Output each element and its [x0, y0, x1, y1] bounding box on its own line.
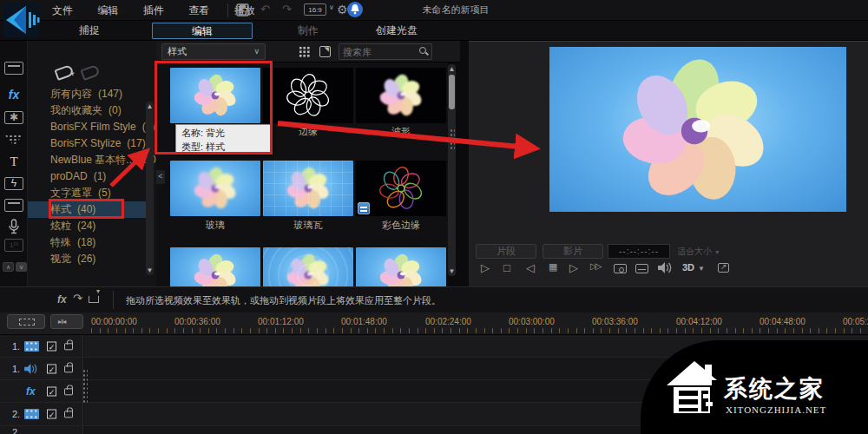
particle-room-icon[interactable] — [4, 135, 23, 146]
category-item-prodad[interactable]: proDAD(1) — [28, 168, 149, 185]
track-enable-checkbox[interactable]: ✓ — [47, 364, 56, 373]
category-count: (147) — [98, 88, 122, 100]
pip-room-icon[interactable]: ✱ — [4, 111, 23, 124]
download-badge-icon — [358, 202, 370, 214]
step-button[interactable]: ▦ — [549, 261, 557, 273]
tab-edit[interactable]: 编辑 — [152, 23, 253, 39]
track-lock-icon[interactable] — [64, 411, 73, 418]
chapter-room-icon[interactable]: 1²³ — [4, 239, 23, 252]
effect-thumb-partial[interactable] — [263, 247, 353, 286]
previous-frame-button[interactable]: ◁ — [526, 261, 535, 274]
redo-icon[interactable]: ↷ — [282, 3, 292, 16]
volume-speaker-icon[interactable] — [658, 262, 672, 273]
menu-view[interactable]: 查看 — [178, 0, 220, 22]
category-scrollbar[interactable]: ▲ ▼ — [146, 102, 154, 275]
category-item-special[interactable]: 特殊(18) — [28, 234, 149, 251]
tab-produce[interactable]: 制作 — [279, 23, 337, 39]
category-item-particle[interactable]: 炫粒(24) — [28, 218, 149, 234]
track-lock-icon[interactable] — [64, 365, 73, 372]
category-item-all[interactable]: 所有内容(147) — [28, 86, 149, 102]
effect-label: 边缘 — [263, 125, 353, 137]
search-icon[interactable] — [419, 47, 426, 54]
rail-scroll-up-button[interactable]: ∧ — [3, 262, 14, 272]
add-tag-icon[interactable]: + — [54, 64, 74, 81]
track-lock-icon[interactable] — [64, 388, 73, 395]
filter-dropdown[interactable]: 样式 ∨ — [161, 43, 266, 60]
aspect-chevron-icon[interactable]: ∨ — [329, 3, 334, 11]
track-lock-icon[interactable] — [64, 343, 73, 350]
category-item-borisfx-stylize[interactable]: BorisFX Stylize(17) — [28, 135, 149, 152]
scroll-down-icon[interactable]: ▼ — [146, 266, 154, 274]
category-item-visual[interactable]: 视觉(26) — [28, 251, 149, 267]
stop-button[interactable]: □ — [503, 261, 510, 274]
menu-edit[interactable]: 编辑 — [87, 0, 128, 22]
category-item-borisfx-film[interactable]: BorisFX Film Style(6) — [28, 119, 149, 135]
movie-mode-button[interactable]: 影片 — [542, 244, 603, 259]
effect-thumb-glass[interactable] — [170, 161, 260, 216]
effect-thumb-wave[interactable] — [356, 68, 446, 123]
save-icon[interactable] — [236, 3, 249, 16]
track-enable-checkbox[interactable]: ✓ — [47, 410, 56, 419]
transition-room-icon[interactable]: ϟ — [4, 177, 23, 190]
next-frame-button[interactable]: ▷ — [569, 261, 578, 274]
tab-capture[interactable]: 捕捉 — [61, 23, 118, 39]
clip-mode-button[interactable]: 片段 — [476, 244, 536, 259]
notification-bell-icon[interactable] — [347, 2, 363, 17]
menu-plugins[interactable]: 插件 — [133, 0, 174, 22]
timecode-display[interactable]: --:--:--:-- — [608, 244, 670, 259]
expand-library-icon[interactable] — [319, 46, 331, 57]
aspect-ratio-selector[interactable]: 16:9 — [304, 3, 326, 16]
collapse-panel-button[interactable]: < — [156, 170, 165, 184]
effect-thumb-edge[interactable] — [263, 68, 353, 123]
track-enable-checkbox[interactable]: ✓ — [47, 341, 56, 351]
tab-create-disc[interactable]: 创建光盘 — [358, 23, 436, 39]
effect-thumb-glass-tile[interactable] — [263, 161, 353, 216]
3d-mode-button[interactable]: 3D▼ — [682, 262, 705, 273]
track-splitter-handle[interactable] — [82, 369, 88, 404]
effects-room-icon[interactable]: fx — [4, 88, 23, 103]
track-manager-button[interactable]: ▸‖◂ — [50, 314, 83, 329]
project-title: 未命名的新项目 — [382, 3, 529, 16]
scroll-up-icon[interactable]: ▲ — [448, 65, 456, 73]
play-button[interactable]: ▷ — [481, 261, 490, 274]
rail-scroll-down-button[interactable]: ∨ — [16, 262, 27, 272]
panel-splitter-handle[interactable] — [450, 128, 455, 151]
category-count: (5) — [98, 187, 111, 199]
track-enable-checkbox[interactable]: ✓ — [47, 386, 56, 396]
undo-icon[interactable]: ↶ — [260, 3, 270, 16]
library-scrollbar[interactable]: ▲ ▼ — [448, 64, 456, 276]
ruler-label: 00:04:48:00 — [760, 317, 806, 326]
snapshot-camera-icon[interactable] — [614, 264, 627, 273]
preview-video[interactable] — [549, 47, 846, 212]
scrollbar-thumb[interactable] — [449, 75, 455, 109]
track-number: 2. — [12, 427, 20, 434]
zoom-fit-dropdown[interactable]: 适合大小 ▼ — [677, 246, 720, 258]
media-room-icon[interactable] — [4, 62, 23, 75]
display-options-icon[interactable] — [635, 264, 648, 273]
timeline-drop-icon — [89, 296, 99, 303]
category-item-favorites[interactable]: 我的收藏夹(0) — [28, 102, 149, 119]
menu-file[interactable]: 文件 — [42, 0, 83, 22]
settings-gear-icon[interactable]: ⚙ — [337, 3, 348, 16]
category-list: 所有内容(147) 我的收藏夹(0) BorisFX Film Style(6)… — [28, 86, 149, 267]
effect-thumb-partial[interactable] — [170, 247, 260, 286]
category-label: 炫粒 — [50, 220, 71, 232]
range-select-button[interactable] — [7, 314, 45, 329]
search-input[interactable] — [343, 45, 412, 58]
ruler-label: 00:05:24 — [843, 317, 868, 326]
ruler-label: 00:04:12:00 — [676, 317, 722, 326]
remove-tag-icon[interactable] — [80, 64, 100, 81]
fast-forward-button[interactable]: ▷▷ — [590, 261, 600, 271]
grid-view-icon[interactable] — [299, 46, 310, 57]
scroll-down-icon[interactable]: ▼ — [448, 267, 456, 275]
effect-thumb-partial[interactable] — [356, 247, 446, 286]
timeline-ruler[interactable]: ▸‖◂ 00:00:00:00 00:00:36:00 00:01:12:00 … — [0, 312, 868, 335]
effect-thumb-color-edge[interactable] — [356, 161, 446, 216]
undock-preview-icon[interactable] — [718, 263, 729, 273]
title-room-icon[interactable]: T — [4, 155, 23, 170]
voiceover-room-icon[interactable] — [8, 219, 20, 234]
category-item-newblue[interactable]: NewBlue 基本特...(10) — [28, 152, 149, 168]
ruler-label: 00:03:36:00 — [592, 317, 638, 326]
scroll-up-icon[interactable]: ▲ — [146, 102, 154, 110]
mixing-room-icon[interactable] — [4, 199, 23, 212]
